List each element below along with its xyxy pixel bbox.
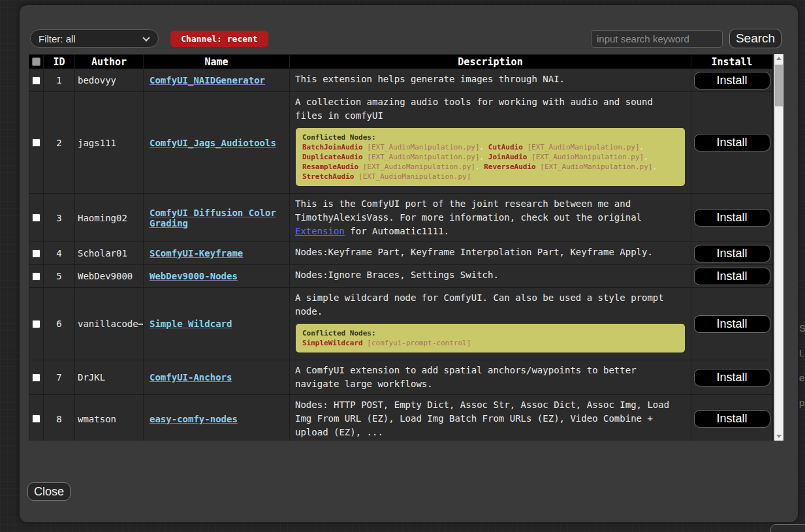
table-scrollbar[interactable] — [774, 54, 783, 441]
row-checkbox[interactable] — [32, 138, 40, 147]
row-checkbox-cell — [29, 288, 44, 360]
install-button[interactable]: Install — [694, 315, 770, 333]
install-button[interactable]: Install — [694, 369, 770, 386]
description-inline-link[interactable]: Extension — [295, 226, 345, 236]
table-row: 4 Scholar01 SComfyUI-Keyframe Nodes:Keyf… — [29, 242, 773, 265]
extension-name-link[interactable]: ComfyUI Diffusion Color Grading — [150, 208, 276, 228]
row-name-cell: SComfyUI-Keyframe — [144, 242, 290, 265]
row-id: 1 — [44, 69, 75, 92]
row-id: 4 — [44, 242, 75, 265]
row-checkbox-cell — [29, 265, 44, 288]
scrollbar-thumb[interactable] — [775, 65, 783, 106]
row-id: 5 — [44, 265, 75, 288]
install-button[interactable]: Install — [694, 134, 770, 151]
row-author: bedovyy — [75, 69, 144, 92]
row-checkbox[interactable] — [32, 373, 40, 382]
channel-badge-button[interactable]: Channel: recent — [170, 31, 268, 47]
row-install-cell: Install — [691, 288, 773, 360]
install-button[interactable]: Install — [694, 245, 770, 262]
row-checkbox[interactable] — [32, 415, 40, 423]
table-row: 5 WebDev9000 WebDev9000-Nodes Nodes:Igno… — [29, 265, 773, 288]
row-description: A collection amazing audio tools for wor… — [295, 95, 686, 123]
conflict-node-name: StretchAudio — [302, 172, 354, 181]
table-row: 1 bedovyy ComfyUI_NAIDGenerator This ext… — [29, 69, 773, 92]
conflict-node-name: CutAudio — [488, 143, 523, 151]
extension-name-link[interactable]: Simple Wildcard — [150, 319, 232, 329]
conflict-node-name: SimpleWildcard — [302, 339, 363, 347]
row-checkbox-cell — [29, 360, 44, 395]
background-partial-button — [770, 524, 805, 532]
conflict-list: SimpleWildcard [comfyui-prompt-control] — [302, 338, 678, 348]
row-checkbox[interactable] — [32, 320, 40, 328]
row-name-cell: ComfyUI_NAIDGenerator — [144, 69, 290, 92]
row-id: 8 — [44, 395, 75, 441]
header-author: Author — [75, 55, 144, 69]
row-install-cell: Install — [691, 265, 773, 288]
header-install: Install — [691, 55, 773, 69]
extensions-table-zone: ID Author Name Description Install 1 bed… — [29, 54, 784, 441]
row-name-cell: WebDev9000-Nodes — [144, 265, 290, 288]
row-checkbox[interactable] — [32, 249, 40, 258]
background-menu-fragment: e — [799, 372, 804, 383]
select-all-checkbox[interactable] — [32, 57, 40, 66]
search-input[interactable] — [591, 30, 723, 48]
row-install-cell: Install — [691, 194, 773, 242]
row-install-cell: Install — [691, 242, 773, 265]
extension-name-link[interactable]: ComfyUI_Jags_Audiotools — [150, 138, 276, 148]
row-description-cell: Nodes: HTTP POST, Empty Dict, Assoc Str,… — [290, 395, 691, 441]
conflict-node-file: [EXT_AudioManipulation.py] — [523, 143, 640, 151]
close-button[interactable]: Close — [27, 482, 71, 501]
row-description-cell: A collection amazing audio tools for wor… — [290, 92, 691, 194]
header-id: ID — [44, 55, 75, 69]
row-description: A ComfyUI extension to add spatial ancho… — [295, 364, 686, 391]
row-author: jags111 — [75, 92, 144, 194]
row-checkbox-cell — [29, 242, 44, 265]
extension-name-link[interactable]: ComfyUI-Anchors — [150, 372, 232, 383]
search-button[interactable]: Search — [729, 29, 781, 48]
conflict-box: Conflicted Nodes: SimpleWildcard [comfyu… — [296, 324, 685, 352]
scrollbar-up-arrow-icon[interactable] — [774, 54, 783, 63]
filter-select[interactable]: Filter: all — [30, 29, 159, 48]
row-description-cell: Nodes:Ignore Braces, Settings Switch. — [290, 265, 691, 288]
row-description: This is the ComfyUI port of the joint re… — [295, 197, 686, 238]
row-id: 2 — [44, 92, 75, 194]
row-name-cell: easy-comfy-nodes — [144, 395, 290, 441]
conflict-node-name: DuplicateAudio — [302, 153, 363, 161]
background-menu-fragment: L — [799, 347, 804, 358]
extension-name-link[interactable]: ComfyUI_NAIDGenerator — [150, 75, 265, 86]
conflict-node-name: ReverseAudio — [484, 163, 535, 171]
install-button[interactable]: Install — [694, 268, 770, 285]
conflict-node-name: JoinAudio — [488, 153, 528, 161]
scrollbar-down-arrow-icon[interactable] — [774, 431, 783, 441]
row-checkbox[interactable] — [32, 213, 40, 222]
background-menu-fragment: p — [799, 397, 804, 408]
row-author: Haoming02 — [75, 194, 144, 242]
row-checkbox-cell — [29, 92, 44, 194]
row-description: A simple wildcard node for ComfyUI. Can … — [295, 291, 686, 319]
row-name-cell: ComfyUI-Anchors — [144, 360, 290, 395]
row-checkbox-cell — [29, 69, 44, 92]
install-button[interactable]: Install — [694, 72, 770, 89]
row-checkbox[interactable] — [32, 272, 40, 281]
row-author: vanillacode⋯ — [75, 288, 144, 360]
install-button[interactable]: Install — [694, 410, 770, 428]
conflict-title: Conflicted Nodes: — [302, 328, 678, 338]
table-row: 3 Haoming02 ComfyUI Diffusion Color Grad… — [29, 194, 773, 242]
row-description-cell: This is the ComfyUI port of the joint re… — [290, 194, 691, 242]
row-name-cell: Simple Wildcard — [144, 288, 290, 360]
extension-name-link[interactable]: WebDev9000-Nodes — [150, 271, 238, 281]
row-checkbox[interactable] — [32, 76, 40, 85]
conflict-node-file: [comfyui-prompt-control] — [363, 339, 471, 347]
row-description-cell: A simple wildcard node for ComfyUI. Can … — [290, 288, 691, 360]
extension-name-link[interactable]: easy-comfy-nodes — [150, 414, 238, 424]
extension-name-link[interactable]: SComfyUI-Keyframe — [150, 248, 243, 258]
row-checkbox-cell — [29, 194, 44, 242]
conflict-box: Conflicted Nodes: BatchJoinAudio [EXT_Au… — [296, 128, 685, 186]
background-menu-edge: S L e p — [798, 52, 805, 470]
row-description: Nodes:Keyframe Part, Keyframe Interpolat… — [295, 245, 686, 259]
row-description-cell: A ComfyUI extension to add spatial ancho… — [290, 360, 691, 395]
install-button[interactable]: Install — [694, 209, 770, 227]
conflict-node-name: BatchJoinAudio — [302, 143, 363, 151]
conflict-node-name: ResampleAudio — [302, 163, 358, 171]
custom-nodes-dialog: Filter: all Channel: recent Search ID Au… — [20, 5, 798, 522]
